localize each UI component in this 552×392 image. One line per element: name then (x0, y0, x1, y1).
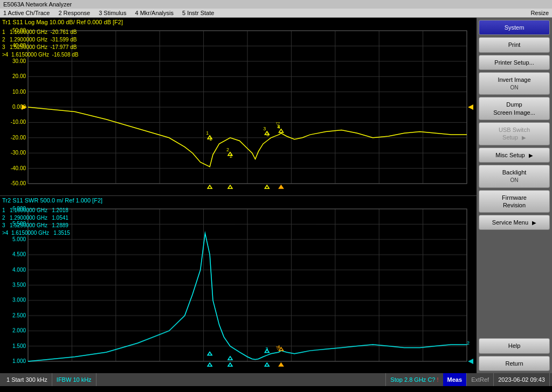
lower-marker-4: >4 1.6150000 GHz 1.3515 (2, 229, 70, 237)
sidebar-dump-screen-button[interactable]: DumpScreen Image... (479, 97, 550, 120)
main-layout: Tr1 S11 Log Mag 10.00 dB/ Ref 0.000 dB [… (0, 18, 552, 373)
menu-response[interactable]: 2 Response (58, 10, 90, 16)
status-exclamation: ! (437, 376, 439, 383)
sidebar-help-button[interactable]: Help (479, 338, 550, 353)
lower-marker-data: 1 1.1600000 GHz 1.2018 2 1.2900000 GHz 1… (2, 207, 70, 237)
sidebar-invert-image-button[interactable]: Invert ImageON (479, 72, 550, 95)
resize-button[interactable]: Resize (530, 10, 549, 16)
lower-marker-3: 3 1.5250000 GHz 1.2889 (2, 222, 70, 229)
status-datetime: 2023-06-02 09:43 (494, 373, 550, 386)
sidebar-firmware-rev-button[interactable]: FirmwareRevision (479, 190, 550, 213)
sidebar-backlight-button[interactable]: BacklightON (479, 165, 550, 188)
sidebar-spacer (479, 232, 550, 336)
lower-chart-canvas (0, 205, 477, 372)
sidebar-misc-setup-button[interactable]: Misc Setup ▶ (479, 148, 550, 163)
upper-chart-header: Tr1 S11 Log Mag 10.00 dB/ Ref 0.000 dB [… (0, 18, 477, 26)
status-extref: ExtRef (467, 373, 494, 386)
lower-chart: Tr2 S11 SWR 500.0 m/ Ref 1.000 [F2] 1 1.… (0, 196, 477, 374)
lower-chart-body: 1 1.1600000 GHz 1.2018 2 1.2900000 GHz 1… (0, 205, 477, 372)
menu-bar: 1 Active Ch/Trace 2 Response 3 Stimulus … (0, 9, 552, 18)
upper-chart-body: 1 1.1600000 GHz -20.761 dB 2 1.2900000 G… (0, 26, 477, 193)
chart-area: Tr1 S11 Log Mag 10.00 dB/ Ref 0.000 dB [… (0, 18, 477, 373)
status-ifbw: IFBW 10 kHz (52, 373, 96, 386)
upper-marker-4: >4 1.6150000 GHz -16.508 dB (2, 51, 79, 59)
upper-marker-2: 2 1.2900000 GHz -31.599 dB (2, 36, 79, 44)
menu-mkr-analysis[interactable]: 4 Mkr/Analysis (135, 10, 174, 16)
lower-chart-header: Tr2 S11 SWR 500.0 m/ Ref 1.000 [F2] (0, 196, 477, 205)
lower-marker-1: 1 1.1600000 GHz 1.2018 (2, 207, 70, 214)
status-start: 1 Start 300 kHz (2, 373, 52, 386)
sidebar-print-button[interactable]: Print (479, 37, 550, 52)
status-stop-text: Stop 2.8 GHz (390, 376, 426, 383)
sidebar-return-button[interactable]: Return (479, 356, 550, 371)
title-bar: E5063A Network Analyzer (0, 0, 552, 9)
sidebar-system-button[interactable]: System (479, 20, 550, 35)
menu-stimulus[interactable]: 3 Stimulus (99, 10, 126, 16)
upper-chart: Tr1 S11 Log Mag 10.00 dB/ Ref 0.000 dB [… (0, 18, 477, 196)
sidebar-service-menu-button[interactable]: Service Menu ▶ (479, 215, 550, 230)
status-bar: 1 Start 300 kHz IFBW 10 kHz Stop 2.8 GHz… (0, 373, 552, 386)
status-meas: Meas (443, 373, 467, 386)
upper-marker-data: 1 1.1600000 GHz -20.761 dB 2 1.2900000 G… (2, 29, 79, 59)
status-indicator: C? (427, 376, 435, 383)
menu-active-ch[interactable]: 1 Active Ch/Trace (3, 10, 50, 16)
status-stop: Stop 2.8 GHz C? ! (385, 373, 443, 386)
sidebar-printer-setup-button[interactable]: Printer Setup... (479, 55, 550, 70)
title-label: E5063A Network Analyzer (3, 1, 72, 8)
sidebar: System Print Printer Setup... Invert Ima… (477, 18, 552, 373)
upper-marker-1: 1 1.1600000 GHz -20.761 dB (2, 29, 79, 36)
upper-marker-3: 3 1.5250000 GHz -17.977 dB (2, 44, 79, 51)
menu-instr-state[interactable]: 5 Instr State (182, 10, 214, 16)
lower-marker-2: 2 1.2900000 GHz 1.0541 (2, 214, 70, 222)
sidebar-usb-switch-button: USB SwitchSetup ▶ (479, 122, 550, 145)
